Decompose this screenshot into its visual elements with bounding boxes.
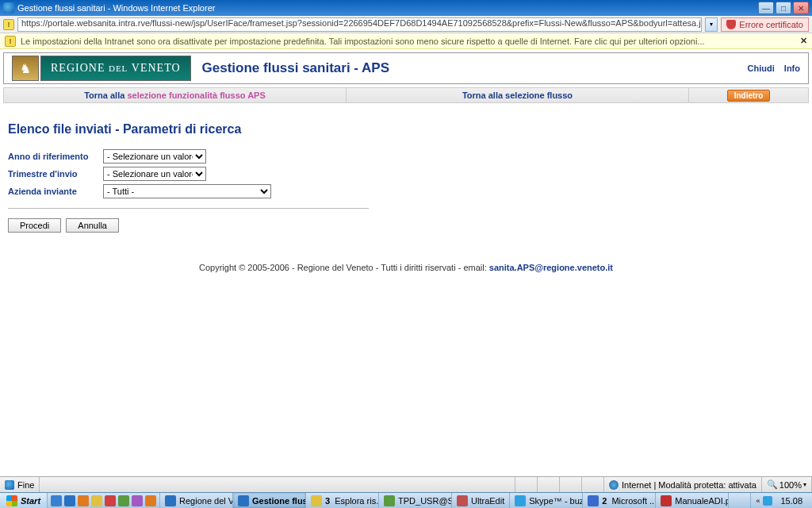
taskbar-item-icon — [661, 495, 672, 506]
start-button[interactable]: Start — [0, 493, 48, 508]
nav-bar: Torna alla selezione funzionalità flusso… — [3, 87, 809, 103]
nav-cell-indietro: Indietro — [689, 88, 808, 102]
section-title: Elenco file inviati - Parametri di ricer… — [8, 122, 804, 137]
status-fill — [40, 477, 515, 492]
status-bar: Fine Internet | Modalità protetta: attiv… — [0, 476, 812, 492]
taskbar-item-label: Esplora ris... — [335, 496, 379, 506]
nav-cell-selezione-flusso: Torna alla selezione flusso — [347, 88, 689, 102]
azienda-label: Azienda inviante — [8, 187, 103, 196]
window-title: Gestione flussi sanitari - Windows Inter… — [17, 3, 758, 13]
maximize-button[interactable]: □ — [776, 2, 791, 14]
search-form: Anno di riferimento - Selezionare un val… — [8, 149, 804, 198]
taskbar-item-icon — [165, 495, 176, 506]
taskbar-item-icon — [311, 495, 322, 506]
trimestre-label: Trimestre d'invio — [8, 169, 103, 179]
taskbar-item-label: TPD_USR@SV... — [398, 496, 452, 506]
taskbar-item-icon — [238, 495, 249, 506]
intranet-info-bar[interactable]: ! Le impostazioni della Intranet sono or… — [0, 33, 812, 49]
taskbar-item-icon — [515, 495, 526, 506]
warn-icon: ! — [5, 36, 16, 47]
status-left: Fine — [0, 477, 40, 492]
taskbar-item-7[interactable]: ManualeADI.p... — [656, 493, 729, 508]
link-info[interactable]: Info — [784, 64, 800, 73]
system-tray: « 15.08 — [750, 493, 812, 508]
trimestre-select[interactable]: - Selezionare un valore - — [103, 167, 206, 181]
nav-prefix: Torna alla — [84, 90, 127, 100]
zoom-icon: 🔍 — [767, 479, 778, 490]
taskbar-item-6[interactable]: 2Microsoft ... — [583, 493, 656, 508]
taskbar-item-icon — [457, 495, 468, 506]
ql-app3-icon[interactable] — [132, 495, 143, 506]
ie-icon — [3, 2, 14, 13]
region-name: REGIONE DEL VENETO — [40, 56, 191, 81]
anno-label: Anno di riferimento — [8, 152, 103, 161]
ql-app2-icon[interactable] — [118, 495, 129, 506]
windows-logo-icon — [6, 495, 17, 506]
quick-launch — [48, 493, 160, 508]
ql-desktop-icon[interactable] — [51, 495, 62, 506]
footer-email[interactable]: sanita.APS@regione.veneto.it — [489, 263, 613, 272]
window-title-bar: Gestione flussi sanitari - Windows Inter… — [0, 0, 812, 16]
anno-select[interactable]: - Selezionare un valore - — [103, 149, 206, 164]
app-header: ♞ REGIONE DEL VENETO Gestione flussi san… — [3, 52, 809, 84]
nav-link-selezione-flusso[interactable]: Torna alla selezione flusso — [462, 90, 573, 100]
shield-icon — [726, 20, 736, 29]
status-zone: Internet | Modalità protetta: attivata — [604, 477, 762, 492]
url-input[interactable]: https://portale.websanita.intra.rve/flus… — [17, 17, 702, 32]
minimize-button[interactable]: — — [758, 2, 774, 14]
taskbar-item-4[interactable]: UltraEdit — [452, 493, 510, 508]
zoom-control[interactable]: 🔍 100% ▾ — [762, 477, 812, 492]
url-dropdown[interactable]: ▾ — [705, 17, 718, 32]
taskbar-item-label: Gestione flus... — [252, 496, 306, 506]
tray-expand[interactable]: « — [756, 497, 760, 505]
cert-error-badge[interactable]: Errore certificato — [721, 17, 809, 32]
taskbar-item-icon — [588, 495, 599, 506]
window-close-button[interactable]: ✕ — [793, 2, 809, 14]
security-warn-icon: ! — [3, 19, 14, 30]
ql-explorer-icon[interactable] — [91, 495, 102, 506]
lion-icon: ♞ — [12, 56, 39, 81]
ql-ie-icon[interactable] — [64, 495, 75, 506]
taskbar-item-label: Skype™ - buzz... — [529, 496, 583, 506]
taskbar-item-1[interactable]: Gestione flus... — [233, 493, 306, 508]
ie-small-icon — [5, 480, 14, 490]
annulla-button[interactable]: Annulla — [66, 218, 119, 233]
form-divider — [8, 208, 369, 209]
taskbar-item-count: 3 — [325, 496, 330, 506]
taskbar-item-2[interactable]: 3Esplora ris... — [306, 493, 379, 508]
info-bar-close[interactable]: ✕ — [800, 36, 807, 46]
taskbar-item-count: 2 — [602, 496, 607, 506]
windows-taskbar: Start Regione del V...Gestione flus...3E… — [0, 492, 812, 508]
taskbar-item-icon — [384, 495, 395, 506]
taskbar-item-label: Regione del V... — [179, 496, 233, 506]
indietro-button[interactable]: Indietro — [727, 90, 771, 102]
globe-icon — [609, 480, 619, 490]
ql-firefox-icon[interactable] — [78, 495, 89, 506]
nav-cell-funzionalita: Torna alla selezione funzionalità flusso… — [4, 88, 347, 102]
procedi-button[interactable]: Procedi — [8, 218, 61, 233]
tray-icon[interactable] — [763, 496, 772, 506]
address-bar: ! https://portale.websanita.intra.rve/fl… — [0, 16, 812, 33]
taskbar-item-label: UltraEdit — [471, 496, 504, 506]
ql-app4-icon[interactable] — [145, 495, 156, 506]
region-logo: ♞ REGIONE DEL VENETO — [12, 56, 191, 81]
taskbar-item-0[interactable]: Regione del V... — [160, 493, 233, 508]
clock[interactable]: 15.08 — [776, 496, 807, 506]
taskbar-item-5[interactable]: Skype™ - buzz... — [510, 493, 583, 508]
ql-app1-icon[interactable] — [105, 495, 116, 506]
footer-copyright: Copyright © 2005-2006 - Regione del Vene… — [0, 263, 812, 272]
taskbar-item-label: ManualeADI.p... — [675, 496, 729, 506]
link-chiudi[interactable]: Chiudi — [748, 64, 775, 73]
info-bar-text: Le impostazioni della Intranet sono ora … — [21, 37, 800, 46]
nav-link-funzionalita[interactable]: selezione funzionalità flusso APS — [127, 90, 265, 100]
azienda-select[interactable]: - Tutti - — [103, 184, 271, 198]
cert-error-text: Errore certificato — [739, 20, 803, 29]
taskbar-item-3[interactable]: TPD_USR@SV... — [379, 493, 452, 508]
app-title: Gestione flussi sanitari - APS — [202, 60, 390, 76]
taskbar-item-label: Microsoft ... — [611, 496, 656, 506]
